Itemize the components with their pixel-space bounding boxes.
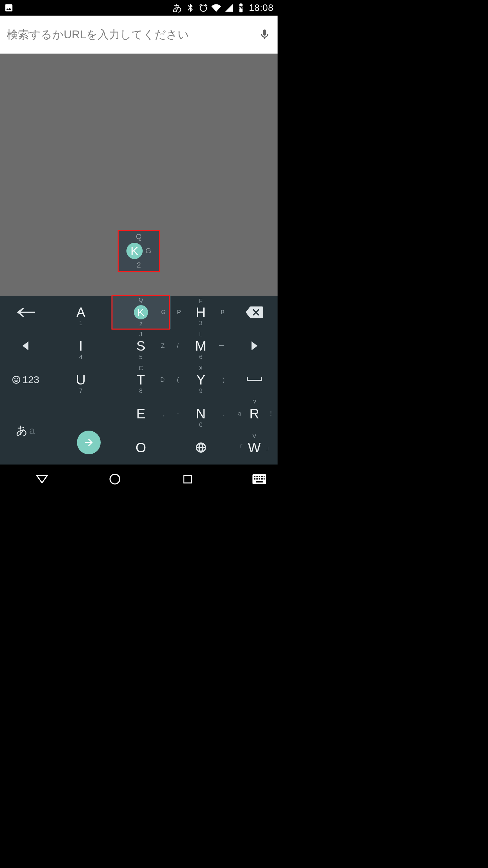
key-h[interactable]: F P H B 3 [171, 296, 231, 329]
key-cursor-left[interactable] [0, 329, 51, 363]
key-popup-highlight: Q K G 2 [118, 230, 160, 272]
emoji-icon [12, 375, 21, 384]
mic-icon[interactable] [259, 28, 271, 41]
key-backspace[interactable] [231, 296, 278, 329]
key-w[interactable]: V 「 W 」 [231, 431, 278, 465]
popup-center: K [126, 243, 143, 259]
omnibox-placeholder: 検索するかURLを入力してください [7, 27, 259, 42]
battery-icon: 79 [237, 3, 245, 13]
key-s[interactable]: J S Z 5 [111, 329, 171, 363]
content-area: Q K G 2 [0, 54, 278, 296]
popup-top: Q [136, 232, 142, 241]
svg-rect-10 [259, 478, 260, 479]
svg-rect-13 [256, 481, 263, 482]
key-cursor-right[interactable] [231, 329, 278, 363]
lang-jp: あ [16, 423, 28, 438]
key-emoji-numbers[interactable]: 123 [0, 363, 51, 397]
svg-rect-4 [256, 476, 258, 477]
bluetooth-icon [186, 3, 195, 13]
key-enter[interactable] [51, 397, 111, 465]
svg-rect-1 [184, 475, 192, 483]
key-y[interactable]: X ( Y ) 9 [171, 363, 231, 397]
status-bar: あ 79 18:08 [0, 0, 278, 16]
enter-button[interactable] [77, 431, 101, 454]
key-globe[interactable] [171, 431, 231, 465]
key-o[interactable]: O [111, 431, 171, 465]
alarm-icon [199, 3, 208, 13]
nav-ime-switch[interactable] [252, 472, 266, 486]
svg-rect-9 [256, 478, 258, 479]
status-clock: 18:08 [249, 2, 273, 13]
wifi-icon [211, 3, 221, 13]
key-k-pressed[interactable]: Q K G 2 [111, 296, 171, 329]
emoji-123-label: 123 [22, 374, 39, 386]
popup-bottom: 2 [137, 261, 141, 270]
svg-rect-3 [254, 476, 255, 477]
nav-back[interactable] [34, 471, 50, 487]
omnibox[interactable]: 検索するかURLを入力してください [0, 16, 278, 54]
key-t[interactable]: C T D 8 [111, 363, 171, 397]
lang-en: a [29, 425, 35, 436]
key-tab[interactable] [0, 296, 51, 329]
key-u[interactable]: U 7 [51, 363, 111, 397]
svg-rect-6 [261, 476, 263, 477]
key-e[interactable]: E , [111, 397, 171, 431]
ime-indicator: あ [172, 1, 182, 14]
navigation-bar [0, 465, 278, 494]
key-i[interactable]: I 4 [51, 329, 111, 363]
svg-rect-12 [264, 478, 265, 479]
key-r[interactable]: ? ♫ R ! [231, 397, 278, 431]
key-space[interactable] [231, 363, 278, 397]
key-a[interactable]: A 1 [51, 296, 111, 329]
pictures-icon [4, 3, 14, 13]
key-n[interactable]: - N . 0 [171, 397, 231, 431]
keyboard: A 1 Q K G 2 F P H B 3 I 4 J S [0, 296, 278, 465]
battery-level: 79 [237, 5, 245, 10]
key-m[interactable]: L / M ー 6 [171, 329, 231, 363]
svg-rect-8 [254, 478, 255, 479]
svg-rect-5 [259, 476, 260, 477]
svg-rect-7 [264, 476, 265, 477]
key-popup: Q K G 2 [119, 231, 159, 271]
svg-point-0 [110, 474, 120, 484]
nav-recents[interactable] [180, 471, 196, 487]
nav-home[interactable] [107, 471, 123, 487]
signal-icon [224, 3, 234, 13]
key-language-toggle[interactable]: あ a [0, 397, 51, 465]
popup-right: G [145, 246, 151, 255]
svg-rect-11 [261, 478, 263, 479]
